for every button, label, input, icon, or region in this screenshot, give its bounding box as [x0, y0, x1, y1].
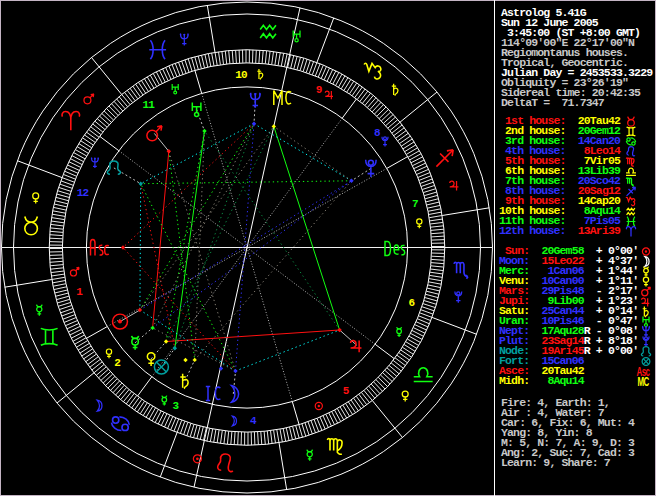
- svg-text:4: 4: [250, 415, 257, 427]
- svg-text:5: 5: [343, 385, 350, 397]
- svg-text:2: 2: [114, 357, 120, 369]
- svg-text:6: 6: [409, 297, 415, 309]
- svg-text:12: 12: [77, 187, 89, 199]
- svg-text:MC: MC: [637, 375, 649, 388]
- svg-text:7: 7: [412, 198, 418, 210]
- svg-text:10: 10: [235, 69, 247, 81]
- svg-text:9: 9: [316, 84, 322, 96]
- svg-text:3: 3: [172, 400, 179, 412]
- svg-text:11: 11: [143, 99, 156, 111]
- svg-text:8: 8: [374, 127, 381, 139]
- svg-text:1: 1: [76, 286, 83, 298]
